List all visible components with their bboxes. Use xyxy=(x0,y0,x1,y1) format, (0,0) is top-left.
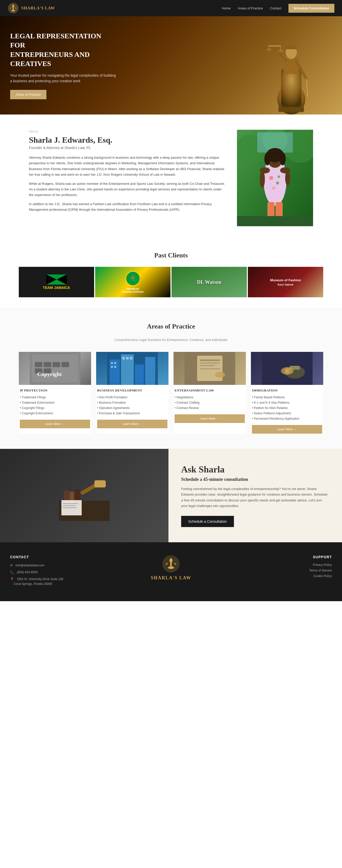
practice-img-ent xyxy=(174,352,246,385)
clients-title: Past Clients xyxy=(10,252,332,259)
practice-section: Areas of Practice Comprehensive Legal So… xyxy=(0,307,342,449)
ask-body: Feeling overwhelmed by the legal complex… xyxy=(181,486,329,508)
svg-rect-74 xyxy=(200,363,220,364)
client-jamaican-kitchen: 🌴 JamaicanCountry Kitchen xyxy=(95,267,170,297)
footer-email: ✉ info@sharlaslaw.com xyxy=(10,563,111,568)
client-team-jamaica: TEAM JAMAICA xyxy=(19,267,94,297)
svg-rect-68 xyxy=(122,357,125,360)
svg-text:✓: ✓ xyxy=(286,370,288,372)
learn-more-ent-button[interactable]: Learn More → xyxy=(175,414,245,423)
hero-subtext: Your trusted partner for navigating the … xyxy=(10,72,117,84)
footer-terms-link[interactable]: Terms of Service xyxy=(231,569,332,572)
practice-ent-label: Entertainment Law xyxy=(175,389,245,393)
practice-img-biz xyxy=(96,352,168,385)
client-dl-watson: DL Watson xyxy=(172,267,247,297)
practice-card-biz: Business Development Non-Profit Formatio… xyxy=(96,352,168,434)
practice-imm-label: Immigration xyxy=(252,389,322,393)
svg-text:🌴: 🌴 xyxy=(130,275,136,281)
client-museum-name: Museum of Fashion xyxy=(270,278,301,282)
email-icon: ✉ xyxy=(10,564,13,567)
hero-cta-button[interactable]: Areas of Practice xyxy=(10,90,46,99)
svg-rect-2 xyxy=(13,7,14,10)
footer: Contact ✉ info@sharlaslaw.com 📞 (954) 64… xyxy=(0,542,342,601)
svg-point-26 xyxy=(269,176,273,180)
footer-logo: SHARLA'S LAW xyxy=(121,555,221,581)
about-section: About Sharla J. Edwards, Esq. Founder & … xyxy=(19,115,323,242)
svg-rect-55 xyxy=(61,362,69,367)
footer-privacy-link[interactable]: Privacy Policy xyxy=(231,563,332,567)
practice-img-imm: ✓ xyxy=(251,352,323,385)
svg-rect-73 xyxy=(200,360,220,361)
footer-contact-label: Contact xyxy=(10,555,111,559)
hero-content: Legal Representation for Entrepreneurs a… xyxy=(10,31,117,99)
practice-subtitle: Comprehensive Legal Solutions for Entrep… xyxy=(10,338,332,342)
svg-point-3 xyxy=(11,10,15,11)
logo[interactable]: SHARLA'S LAW xyxy=(8,3,55,14)
svg-rect-63 xyxy=(145,357,155,385)
practice-img-ip: Copyright xyxy=(19,352,91,385)
about-bio-2: While at Rutgers, Sharla was an active m… xyxy=(29,181,227,198)
logo-text: SHARLA'S LAW xyxy=(21,6,55,10)
learn-more-biz-button[interactable]: Learn More → xyxy=(97,420,167,428)
svg-point-39 xyxy=(285,170,290,186)
nav-practice[interactable]: Areas of Practice xyxy=(238,6,263,10)
svg-line-18 xyxy=(306,79,308,97)
footer-cookie-link[interactable]: Cookie Policy xyxy=(231,574,332,578)
svg-text:Copyright: Copyright xyxy=(37,371,62,377)
svg-rect-42 xyxy=(237,216,313,226)
learn-more-ip-button[interactable]: Learn More → xyxy=(20,420,90,428)
practice-card-ent: Entertainment Law Negotiations Contract … xyxy=(174,352,246,434)
svg-rect-92 xyxy=(63,505,75,506)
svg-rect-91 xyxy=(63,503,78,504)
ask-subheading: Schedule a 45-minute consultation xyxy=(181,477,329,482)
practice-ip-list: Trademark Filings Trademark Enforcement … xyxy=(20,395,90,415)
about-text: About Sharla J. Edwards, Esq. Founder & … xyxy=(29,130,227,216)
client-dl-watson-name: DL Watson xyxy=(197,279,221,285)
svg-line-11 xyxy=(273,46,286,61)
footer-address: 📍 3301 N. University Drive Suite 100 Cor… xyxy=(10,577,111,586)
svg-rect-96 xyxy=(170,562,172,567)
client-museum-fashion: Museum of Fashion Keni Valenti xyxy=(248,267,323,297)
nav-links: Home Areas of Practice Contact Schedule … xyxy=(222,4,334,13)
ask-consult-button[interactable]: Schedule a Consultation xyxy=(181,516,234,527)
practice-ent-list: Negotiations Contract Crafting Contract … xyxy=(175,395,245,410)
footer-support: Support Privacy Policy Terms of Service … xyxy=(231,555,332,580)
practice-grid: Copyright IP Protection Trademark Filing… xyxy=(19,352,323,434)
svg-rect-54 xyxy=(53,362,60,367)
practice-card-ip: Copyright IP Protection Trademark Filing… xyxy=(19,352,91,434)
practice-ip-label: IP Protection xyxy=(20,389,90,393)
footer-logo-text: SHARLA'S LAW xyxy=(151,575,191,581)
svg-rect-64 xyxy=(111,362,113,364)
svg-point-35 xyxy=(276,158,278,161)
nav-contact[interactable]: Contact xyxy=(270,6,281,10)
nav-schedule-button[interactable]: Schedule Consultation xyxy=(288,4,334,13)
svg-rect-12 xyxy=(268,45,281,46)
hero-statue-image xyxy=(256,23,327,115)
svg-rect-76 xyxy=(200,368,220,369)
svg-rect-69 xyxy=(126,357,129,360)
ask-left-image xyxy=(0,449,168,542)
about-name: Sharla J. Edwards, Esq. xyxy=(29,135,227,145)
nav-home[interactable]: Home xyxy=(222,6,231,10)
learn-more-imm-button[interactable]: Learn More → xyxy=(252,425,322,434)
practice-card-imm: ✓ Immigration Family Based Petitions K-1… xyxy=(251,352,323,434)
svg-point-29 xyxy=(278,176,280,178)
svg-point-33 xyxy=(280,153,286,165)
svg-rect-93 xyxy=(63,507,77,508)
about-bio-1: Attorney Sharla Edwards combines a stron… xyxy=(29,155,227,177)
svg-rect-75 xyxy=(200,365,215,366)
footer-logo-icon xyxy=(162,555,180,573)
svg-point-27 xyxy=(276,182,279,185)
svg-point-77 xyxy=(215,372,225,378)
clients-section: Past Clients TEAM JAMAICA 🌴 xyxy=(0,242,342,307)
navigation: SHARLA'S LAW Home Areas of Practice Cont… xyxy=(0,0,342,16)
phone-icon: 📞 xyxy=(10,570,14,574)
ask-heading: Ask Sharla xyxy=(181,464,329,475)
footer-contact: Contact ✉ info@sharlaslaw.com 📞 (954) 64… xyxy=(10,555,111,589)
clients-grid: TEAM JAMAICA 🌴 JamaicanCountry Kitchen D… xyxy=(19,267,323,297)
footer-phone: 📞 (954) 643-8500 xyxy=(10,570,111,575)
svg-rect-89 xyxy=(94,480,106,488)
ask-right-content: Ask Sharla Schedule a 45-minute consulta… xyxy=(168,449,342,542)
svg-rect-52 xyxy=(35,362,42,367)
about-photo xyxy=(237,130,313,226)
